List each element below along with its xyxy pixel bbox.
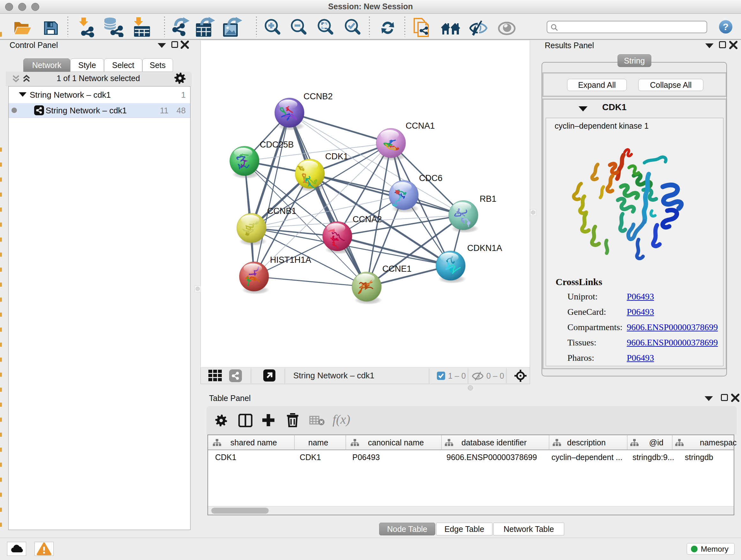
svg-text:CDC6: CDC6: [419, 173, 443, 183]
svg-text:CCNA1: CCNA1: [406, 121, 435, 131]
svg-text:CDKN1A: CDKN1A: [467, 243, 502, 253]
svg-text:CDK1: CDK1: [325, 152, 348, 161]
svg-text:RB1: RB1: [480, 194, 496, 204]
svg-text:CCNB2: CCNB2: [304, 91, 333, 101]
svg-text:CCNB1: CCNB1: [267, 206, 296, 216]
svg-text:CCNA2: CCNA2: [353, 214, 382, 224]
svg-text:HIST1H1A: HIST1H1A: [270, 255, 311, 265]
svg-text:CCNE1: CCNE1: [382, 264, 412, 273]
svg-text:CDC25B: CDC25B: [260, 140, 294, 149]
